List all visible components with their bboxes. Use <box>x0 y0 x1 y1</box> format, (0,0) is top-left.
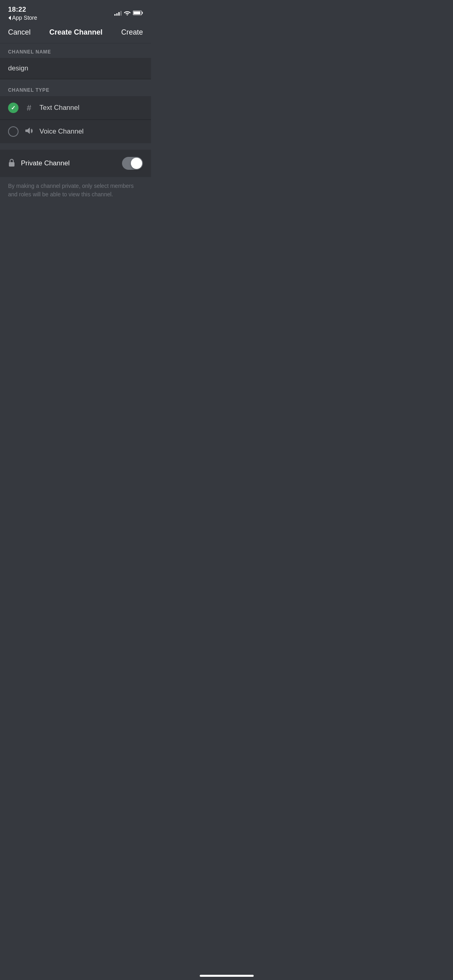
channel-name-header: CHANNEL NAME <box>0 43 151 58</box>
hash-icon: # <box>24 103 34 113</box>
svg-rect-1 <box>142 12 143 14</box>
private-channel-row: Private Channel <box>0 150 151 177</box>
speaker-icon <box>24 127 34 136</box>
channel-name-section: CHANNEL NAME <box>0 43 151 79</box>
text-channel-radio[interactable]: ✓ <box>8 103 19 113</box>
status-bar: 18:22 App Store <box>0 0 151 23</box>
status-icons <box>114 10 143 17</box>
private-channel-left: Private Channel <box>8 159 70 169</box>
voice-channel-label: Voice Channel <box>39 128 84 136</box>
channel-type-section: CHANNEL TYPE ✓ # Text Channel Voice Chan… <box>0 79 151 143</box>
wifi-icon <box>124 10 130 17</box>
cancel-button[interactable]: Cancel <box>8 28 31 37</box>
status-time: 18:22 <box>8 6 37 14</box>
private-channel-section: Private Channel By making a channel priv… <box>0 150 151 207</box>
private-channel-description: By making a channel private, only select… <box>0 177 151 207</box>
check-icon: ✓ <box>11 105 16 111</box>
back-label: App Store <box>12 14 37 21</box>
nav-bar: Cancel Create Channel Create <box>0 23 151 43</box>
lock-icon <box>8 159 15 169</box>
back-to-appstore[interactable]: App Store <box>8 14 37 21</box>
text-channel-label: Text Channel <box>39 104 79 112</box>
battery-icon <box>133 10 143 17</box>
voice-channel-radio[interactable] <box>8 126 19 137</box>
voice-channel-option[interactable]: Voice Channel <box>0 120 151 143</box>
toggle-knob <box>131 158 142 169</box>
signal-icon <box>114 11 122 16</box>
create-button[interactable]: Create <box>121 28 143 37</box>
channel-name-input[interactable] <box>0 58 151 79</box>
private-channel-toggle[interactable] <box>122 157 143 170</box>
svg-rect-2 <box>134 12 141 14</box>
text-channel-option[interactable]: ✓ # Text Channel <box>0 96 151 120</box>
channel-type-header: CHANNEL TYPE <box>0 79 151 96</box>
private-channel-label: Private Channel <box>21 159 70 167</box>
svg-rect-3 <box>9 162 14 167</box>
page-title: Create Channel <box>49 28 102 37</box>
channel-name-input-wrapper <box>0 58 151 79</box>
